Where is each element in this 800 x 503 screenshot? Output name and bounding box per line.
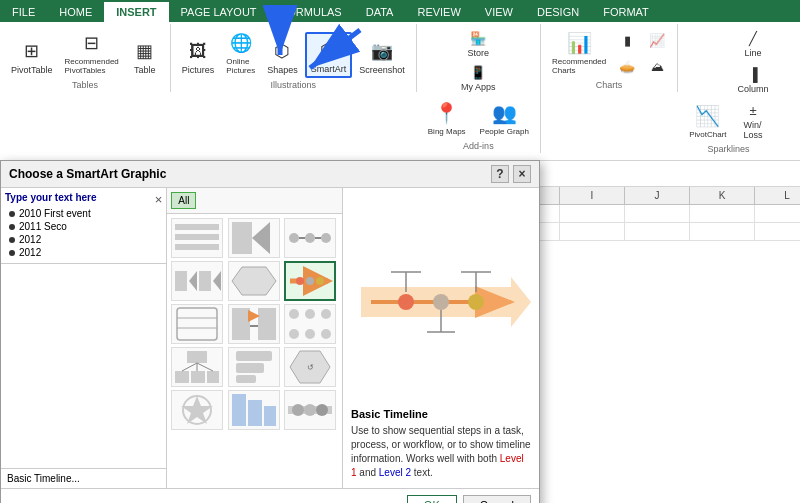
text-panel-close[interactable]: × bbox=[155, 192, 163, 207]
shape-item[interactable] bbox=[284, 218, 336, 258]
cell-K2[interactable] bbox=[690, 223, 755, 241]
svg-point-51 bbox=[292, 404, 304, 416]
shape-item[interactable] bbox=[171, 261, 223, 301]
list-item: 2011 Seco bbox=[9, 220, 162, 233]
store-button[interactable]: 🏪 Store bbox=[464, 26, 494, 60]
tab-review[interactable]: REVIEW bbox=[405, 2, 472, 22]
pivotchart-button[interactable]: 📉 PivotChart bbox=[684, 99, 731, 142]
shape-item[interactable] bbox=[171, 390, 223, 430]
people-graph-button[interactable]: 👥 People Graph bbox=[475, 96, 534, 139]
cell-L2[interactable] bbox=[755, 223, 800, 241]
shape-item[interactable] bbox=[171, 347, 223, 387]
addins-top: 🏪 Store bbox=[464, 26, 494, 60]
svg-point-19 bbox=[306, 277, 314, 285]
svg-rect-25 bbox=[258, 308, 276, 340]
shape-item[interactable] bbox=[228, 304, 280, 344]
svg-rect-3 bbox=[175, 244, 219, 250]
tab-format[interactable]: FORMAT bbox=[591, 2, 661, 22]
myapps-label: My Apps bbox=[461, 82, 496, 92]
cell-L1[interactable] bbox=[755, 205, 800, 223]
shape-item[interactable] bbox=[284, 304, 336, 344]
people-graph-label: People Graph bbox=[480, 127, 529, 136]
winloss-sparkline-button[interactable]: ± Win/Loss bbox=[734, 98, 773, 142]
svg-rect-49 bbox=[264, 406, 276, 426]
cell-I1[interactable] bbox=[560, 205, 625, 223]
table-button[interactable]: ▦ Table bbox=[126, 34, 164, 78]
bing-maps-button[interactable]: 📍 Bing Maps bbox=[423, 96, 471, 139]
shape-item[interactable] bbox=[228, 218, 280, 258]
tab-view[interactable]: VIEW bbox=[473, 2, 525, 22]
pictures-button[interactable]: 🖼 Pictures bbox=[177, 34, 220, 78]
shape-item[interactable] bbox=[228, 347, 280, 387]
svg-text:↺: ↺ bbox=[307, 363, 314, 372]
recommended-charts-button[interactable]: 📊 RecommendedCharts bbox=[547, 26, 611, 78]
tab-insert[interactable]: INSERT bbox=[104, 2, 168, 22]
cell-I2[interactable] bbox=[560, 223, 625, 241]
tab-page-layout[interactable]: PAGE LAYOUT bbox=[169, 2, 269, 22]
addins-group: 🏪 Store 📱 My Apps 📍 Bing Maps 👥 People G… bbox=[417, 24, 541, 153]
dialog-right-panel: Basic Timeline Use to show sequential st… bbox=[343, 188, 539, 488]
dialog-footer: OK Cancel bbox=[1, 488, 539, 503]
tab-formulas[interactable]: FORMULAS bbox=[269, 2, 354, 22]
svg-point-33 bbox=[321, 329, 331, 339]
svg-rect-2 bbox=[175, 234, 219, 240]
myapps-button[interactable]: 📱 My Apps bbox=[457, 60, 500, 94]
screenshot-button[interactable]: 📷 Screenshot bbox=[354, 34, 410, 78]
smartart-button[interactable]: ⬡ SmartArt bbox=[305, 32, 353, 78]
svg-line-40 bbox=[197, 363, 213, 371]
pie-chart-button[interactable]: 🥧 bbox=[613, 54, 641, 78]
preview-svg bbox=[351, 237, 531, 367]
table-label: Table bbox=[134, 65, 156, 75]
store-icon: 🏪 bbox=[468, 28, 488, 48]
svg-rect-11 bbox=[175, 271, 187, 291]
dialog-help-button[interactable]: ? bbox=[491, 165, 509, 183]
shape-item[interactable]: ↺ bbox=[284, 347, 336, 387]
shape-item[interactable] bbox=[284, 390, 336, 430]
online-pictures-icon: 🌐 bbox=[227, 29, 255, 57]
level1-text: Level 1 bbox=[351, 453, 524, 478]
ok-button[interactable]: OK bbox=[407, 495, 457, 503]
dialog-title: Choose a SmartArt Graphic bbox=[9, 167, 166, 181]
list-item: 2012 bbox=[9, 233, 162, 246]
shape-item-selected[interactable] bbox=[284, 261, 336, 301]
tab-data[interactable]: DATA bbox=[354, 2, 406, 22]
area-chart-button[interactable]: ⛰ bbox=[643, 54, 671, 78]
recommended-pivottables-button[interactable]: ⊟ RecommendedPivotTables bbox=[60, 26, 124, 78]
pivottable-button[interactable]: ⊞ PivotTable bbox=[6, 34, 58, 78]
line-chart-button[interactable]: 📈 bbox=[643, 28, 671, 52]
line-sparkline-button[interactable]: ╱ Line bbox=[734, 26, 773, 60]
svg-rect-43 bbox=[236, 375, 256, 383]
svg-rect-13 bbox=[199, 271, 211, 291]
svg-point-18 bbox=[296, 277, 304, 285]
svg-rect-36 bbox=[191, 371, 205, 383]
tab-design[interactable]: DESIGN bbox=[525, 2, 591, 22]
category-tabs: All bbox=[167, 188, 342, 214]
pictures-icon: 🖼 bbox=[184, 37, 212, 65]
shape-item[interactable] bbox=[228, 390, 280, 430]
tab-home[interactable]: HOME bbox=[47, 2, 104, 22]
svg-rect-35 bbox=[175, 371, 189, 383]
shapes-label: Shapes bbox=[267, 65, 298, 75]
dialog-close-button[interactable]: × bbox=[513, 165, 531, 183]
cat-all-tab[interactable]: All bbox=[171, 192, 196, 209]
online-pictures-button[interactable]: 🌐 OnlinePictures bbox=[221, 26, 260, 78]
cancel-button[interactable]: Cancel bbox=[463, 495, 531, 503]
shapes-grid: ↺ bbox=[167, 214, 342, 488]
shape-item[interactable] bbox=[228, 261, 280, 301]
online-pictures-label: OnlinePictures bbox=[226, 57, 255, 75]
shape-item[interactable] bbox=[171, 304, 223, 344]
cell-K1[interactable] bbox=[690, 205, 755, 223]
cell-J2[interactable] bbox=[625, 223, 690, 241]
pivottable-icon: ⊞ bbox=[18, 37, 46, 65]
cell-J1[interactable] bbox=[625, 205, 690, 223]
shape-item[interactable] bbox=[171, 218, 223, 258]
bar-chart-button[interactable]: ▮ bbox=[613, 28, 641, 52]
svg-point-53 bbox=[316, 404, 328, 416]
tab-file[interactable]: FILE bbox=[0, 2, 47, 22]
list-item: 2012 bbox=[9, 246, 162, 259]
svg-point-20 bbox=[316, 277, 324, 285]
tables-group: ⊞ PivotTable ⊟ RecommendedPivotTables ▦ … bbox=[0, 24, 171, 92]
svg-point-29 bbox=[305, 309, 315, 319]
column-sparkline-button[interactable]: ▐ Column bbox=[734, 62, 773, 96]
shapes-button[interactable]: ⬡ Shapes bbox=[262, 34, 303, 78]
